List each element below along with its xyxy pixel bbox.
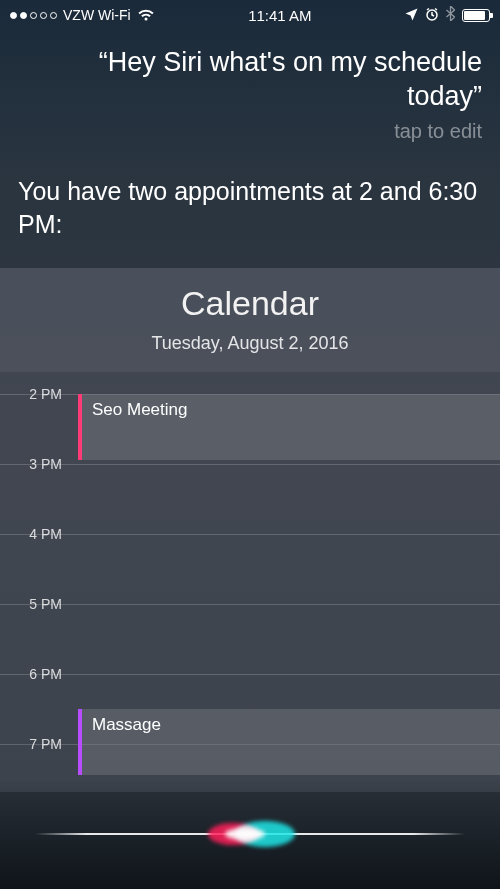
hour-label: 4 PM: [0, 526, 70, 542]
status-right: [405, 6, 490, 24]
hour-line: [0, 464, 500, 465]
siri-query-text: “Hey Siri what's on my schedule today”: [18, 46, 482, 114]
siri-wave-line: [35, 833, 465, 835]
hour-label: 2 PM: [0, 386, 70, 402]
signal-dots-icon: [10, 12, 57, 19]
status-bar: VZW Wi-Fi 11:41 AM: [0, 0, 500, 28]
hour-line: [0, 674, 500, 675]
calendar-event[interactable]: Massage: [78, 709, 500, 775]
calendar-date: Tuesday, August 2, 2016: [0, 333, 500, 354]
calendar-card[interactable]: Calendar Tuesday, August 2, 2016 2 PM3 P…: [0, 268, 500, 792]
alarm-icon: [425, 7, 439, 24]
battery-icon: [462, 9, 490, 22]
hour-label: 6 PM: [0, 666, 70, 682]
calendar-timeline[interactable]: 2 PM3 PM4 PM5 PM6 PM7 PMSeo MeetingMassa…: [0, 372, 500, 792]
calendar-header: Calendar Tuesday, August 2, 2016: [0, 268, 500, 372]
calendar-title: Calendar: [0, 284, 500, 323]
hour-label: 3 PM: [0, 456, 70, 472]
calendar-event[interactable]: Seo Meeting: [78, 394, 500, 460]
location-icon: [405, 7, 418, 24]
siri-waveform[interactable]: [0, 779, 500, 889]
hour-line: [0, 534, 500, 535]
hour-label: 7 PM: [0, 736, 70, 752]
siri-wave-blob-icon: [190, 819, 310, 849]
carrier-label: VZW Wi-Fi: [63, 7, 131, 23]
bluetooth-icon: [446, 6, 455, 24]
wifi-icon: [137, 8, 155, 22]
siri-response-text: You have two appointments at 2 and 6:30 …: [18, 175, 482, 243]
siri-query-block[interactable]: “Hey Siri what's on my schedule today” t…: [0, 28, 500, 151]
clock-label: 11:41 AM: [248, 7, 311, 24]
tap-to-edit-hint: tap to edit: [18, 120, 482, 143]
hour-line: [0, 604, 500, 605]
siri-response-block: You have two appointments at 2 and 6:30 …: [0, 151, 500, 263]
status-left: VZW Wi-Fi: [10, 7, 155, 23]
hour-label: 5 PM: [0, 596, 70, 612]
